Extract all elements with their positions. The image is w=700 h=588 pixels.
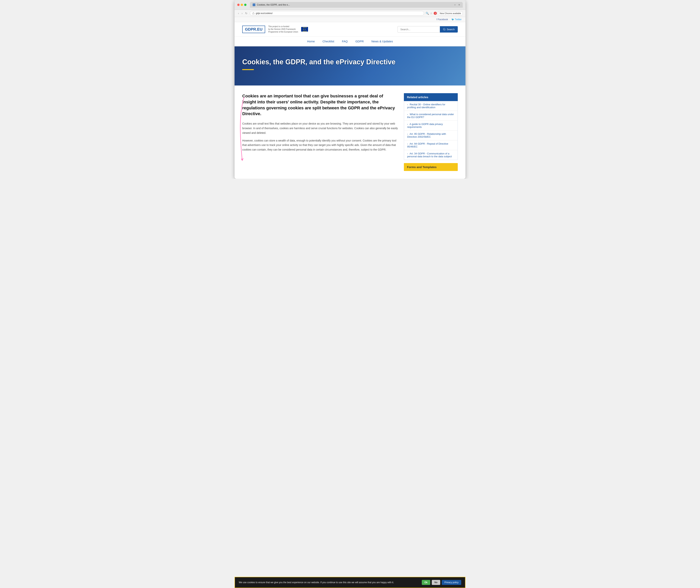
tab-title[interactable]: Cookies, the GDPR, and the e... bbox=[257, 3, 290, 6]
nav-faq[interactable]: FAQ bbox=[342, 39, 348, 44]
chevron-icon-1: › bbox=[407, 113, 408, 115]
article-lead: Cookies are an important tool that can g… bbox=[242, 93, 398, 117]
forward-button[interactable]: › bbox=[241, 11, 243, 15]
related-link-2[interactable]: › A guide to GDPR data privacy requireme… bbox=[407, 123, 443, 128]
notification-badge: 1 bbox=[434, 12, 437, 15]
search-button[interactable]: Search bbox=[440, 26, 458, 33]
site-header: GDPR.EU This project is co-funded by the… bbox=[235, 22, 465, 37]
tab-favicon bbox=[253, 3, 255, 6]
url-bar[interactable]: gdpr.eu/cookies/ bbox=[250, 11, 424, 16]
nav-buttons: ‹ › ↻ bbox=[237, 11, 248, 15]
back-button[interactable]: ‹ bbox=[237, 11, 240, 15]
article-para-2: However, cookies can store a wealth of d… bbox=[242, 138, 398, 152]
related-link-0[interactable]: › Recital 30 - Online identifiers for pr… bbox=[407, 103, 445, 109]
related-link-5[interactable]: › Art. 34 GDPR - Communication of a pers… bbox=[407, 152, 452, 158]
site-logo[interactable]: GDPR.EU bbox=[242, 26, 265, 33]
twitter-link[interactable]: 🐦 Twitter bbox=[451, 18, 462, 21]
chevron-icon-5: › bbox=[407, 152, 408, 155]
browser-actions: 🔍 ☆ 1 New Chrome available bbox=[426, 11, 463, 15]
title-bar: Cookies, the GDPR, and the e... × + bbox=[235, 0, 465, 10]
related-link-4[interactable]: › Art. 94 GDPR - Repeal of Directive 95/… bbox=[407, 142, 448, 148]
related-item-2: › A guide to GDPR data privacy requireme… bbox=[404, 121, 458, 130]
website-content: f Facebook 🐦 Twitter GDPR.EU This projec… bbox=[235, 17, 465, 179]
main-nav: Home Checklist FAQ GDPR News & Updates bbox=[235, 37, 465, 46]
sidebar: Related articles › Recital 30 - Online i… bbox=[404, 93, 458, 171]
eu-funding-text: This project is co-funded by the Horizon… bbox=[268, 25, 298, 33]
tab-close-button[interactable]: × bbox=[454, 4, 455, 6]
chevron-icon-4: › bbox=[407, 143, 408, 145]
chevron-icon-3: › bbox=[407, 133, 408, 135]
search-icon bbox=[443, 28, 446, 31]
zoom-icon: 🔍 bbox=[426, 12, 429, 15]
svg-point-1 bbox=[443, 28, 445, 30]
nav-news-updates[interactable]: News & Updates bbox=[371, 39, 393, 44]
related-link-3[interactable]: › Art. 95 GDPR - Relationship with Direc… bbox=[407, 132, 446, 138]
new-tab-button[interactable]: + bbox=[458, 3, 460, 7]
related-articles-title: Related articles bbox=[404, 93, 458, 101]
minimize-traffic-light[interactable] bbox=[241, 4, 243, 6]
traffic-lights bbox=[237, 4, 246, 6]
hero-content: Cookies, the GDPR, and the ePrivacy Dire… bbox=[242, 58, 458, 70]
browser-window: Cookies, the GDPR, and the e... × + ‹ › … bbox=[235, 0, 465, 179]
nav-home[interactable]: Home bbox=[307, 39, 315, 44]
maximize-traffic-light[interactable] bbox=[244, 4, 246, 6]
new-chrome-button[interactable]: New Chrome available bbox=[438, 11, 463, 15]
eu-stars: ★★★★ ★★★★ bbox=[303, 27, 307, 32]
facebook-link[interactable]: f Facebook bbox=[437, 18, 449, 21]
related-item-5: › Art. 34 GDPR - Communication of a pers… bbox=[404, 150, 458, 160]
related-articles-list: › Recital 30 - Online identifiers for pr… bbox=[404, 101, 458, 160]
reload-button[interactable]: ↻ bbox=[244, 11, 248, 15]
main-content: Cookies are an important tool that can g… bbox=[235, 85, 465, 179]
lock-icon bbox=[252, 12, 255, 14]
chevron-icon-0: › bbox=[407, 103, 408, 106]
twitter-icon: 🐦 bbox=[451, 18, 455, 21]
related-item-1: › What is considered personal data under… bbox=[404, 111, 458, 121]
related-item-3: › Art. 95 GDPR - Relationship with Direc… bbox=[404, 130, 458, 140]
chevron-icon-2: › bbox=[407, 123, 408, 125]
address-bar: ‹ › ↻ gdpr.eu/cookies/ 🔍 ☆ 1 New Chrome … bbox=[235, 10, 465, 17]
star-icon[interactable]: ☆ bbox=[430, 12, 433, 15]
header-search: Search bbox=[398, 26, 458, 33]
related-articles-box: Related articles › Recital 30 - Online i… bbox=[404, 93, 458, 160]
url-text: gdpr.eu/cookies/ bbox=[256, 12, 272, 15]
hero-banner: Cookies, the GDPR, and the ePrivacy Dire… bbox=[235, 46, 465, 85]
related-item-4: › Art. 94 GDPR - Repeal of Directive 95/… bbox=[404, 140, 458, 150]
related-item-0: › Recital 30 - Online identifiers for pr… bbox=[404, 101, 458, 111]
article-para-1: Cookies are small text files that websit… bbox=[242, 121, 398, 135]
hero-title: Cookies, the GDPR, and the ePrivacy Dire… bbox=[242, 58, 458, 66]
hero-underline bbox=[242, 69, 254, 70]
logo-area: GDPR.EU This project is co-funded by the… bbox=[242, 25, 308, 33]
eu-flag: ★★★★ ★★★★ bbox=[301, 27, 308, 32]
svg-rect-0 bbox=[253, 13, 254, 14]
related-link-1[interactable]: › What is considered personal data under… bbox=[407, 113, 454, 119]
close-traffic-light[interactable] bbox=[237, 4, 240, 6]
search-input[interactable] bbox=[398, 26, 440, 33]
article-body: Cookies are an important tool that can g… bbox=[242, 93, 398, 171]
forms-templates-box[interactable]: Forms and Templates bbox=[404, 163, 458, 171]
nav-checklist[interactable]: Checklist bbox=[322, 39, 334, 44]
nav-gdpr[interactable]: GDPR bbox=[355, 39, 364, 44]
social-bar: f Facebook 🐦 Twitter bbox=[235, 17, 465, 22]
tab-bar: Cookies, the GDPR, and the e... × + bbox=[250, 2, 463, 8]
